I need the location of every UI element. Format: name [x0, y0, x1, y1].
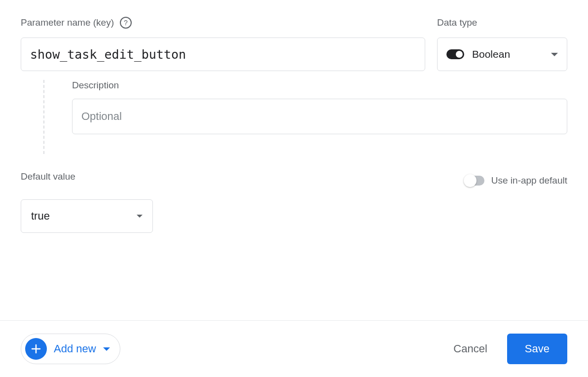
- datatype-select[interactable]: Boolean: [437, 38, 567, 71]
- in-app-default-toggle[interactable]: [465, 176, 484, 186]
- boolean-icon: [446, 49, 464, 59]
- datatype-value: Boolean: [472, 48, 543, 60]
- help-icon[interactable]: ?: [120, 17, 132, 29]
- description-input[interactable]: [72, 99, 567, 134]
- chevron-down-icon: [103, 347, 110, 351]
- chevron-down-icon: [137, 215, 143, 218]
- parameter-name-label: Parameter name (key) ?: [21, 16, 425, 30]
- description-label: Description: [72, 80, 567, 91]
- datatype-label-text: Data type: [437, 17, 477, 28]
- default-value-text: true: [31, 210, 50, 223]
- add-new-button[interactable]: Add new: [21, 334, 120, 364]
- cancel-button[interactable]: Cancel: [449, 337, 491, 361]
- save-button[interactable]: Save: [507, 334, 567, 364]
- add-new-label: Add new: [54, 342, 96, 355]
- datatype-label: Data type: [437, 16, 567, 30]
- parameter-name-label-text: Parameter name (key): [21, 17, 114, 28]
- default-value-label-text: Default value: [21, 171, 75, 182]
- default-value-label: Default value: [21, 170, 75, 184]
- parameter-name-input[interactable]: [21, 38, 425, 71]
- chevron-down-icon: [551, 53, 558, 56]
- in-app-default-label: Use in-app default: [491, 175, 567, 186]
- default-value-select[interactable]: true: [21, 199, 153, 233]
- plus-icon: [25, 338, 47, 360]
